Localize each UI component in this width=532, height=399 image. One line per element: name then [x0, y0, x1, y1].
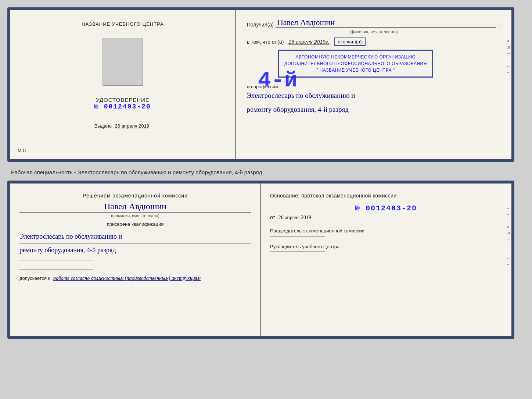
ot-date: 26 апреля 2019: [278, 215, 311, 220]
dopuskaetsya-prefix: допускается к: [19, 275, 50, 281]
vydano-date: 26 апреля 2019: [113, 123, 151, 129]
vydano-label: Выдано: [94, 123, 112, 129]
doc-bottom-left: Решением экзаменационной комиссии Павел …: [10, 184, 261, 336]
profession-bottom-line2: ремонту оборудования, 4-й разряд: [19, 243, 251, 257]
mp-label: М.П.: [18, 148, 28, 153]
middle-specialty-text: Рабочая специальность - Электрослесарь п…: [7, 166, 514, 176]
prisvoena-label: присвоена квалификация: [19, 221, 251, 227]
udostoverenie-number: № 0012403-20: [94, 103, 151, 110]
profession-bottom-line1: Электрослесарь по обслуживанию и: [19, 230, 251, 243]
vtom-date: 26 апреля 2019г.: [288, 39, 329, 45]
protocol-number: № 0012403-20: [270, 204, 502, 213]
rukovoditel-block: Руководитель учебного Центра: [270, 243, 502, 252]
okoncil-label: окончил(а): [334, 38, 366, 46]
doc-top-right: Получил(a) Павел Авдюшин – (фамилия, имя…: [236, 10, 511, 159]
komissia-title: Решением экзаменационной комиссии: [19, 193, 251, 199]
chairman-sig-line: [270, 236, 325, 236]
recipient-name: Павел Авдюшин: [276, 18, 496, 28]
center-title-top: НАЗВАНИЕ УЧЕБНОГО ЦЕНТРА: [82, 21, 163, 27]
sig-line-1: [19, 260, 93, 260]
chairman-block: Председатель экзаменационной комиссии: [270, 227, 502, 236]
dopuskaetsya-block: допускается к работе согласно должностны…: [19, 275, 251, 281]
document-bottom: Решением экзаменационной комиссии Павел …: [7, 181, 514, 339]
osnovaniye-label: Основание: протокол экзаменационной коми…: [270, 193, 502, 199]
profession-line2-top: ремонту оборудования, 4-й разряд: [247, 103, 500, 116]
photo-placeholder: [103, 38, 143, 86]
razryad-big: 4-й: [258, 68, 298, 93]
vtom-line: в том, что он(а) 26 апреля 2019г. окончи…: [247, 38, 500, 46]
document-top: НАЗВАНИЕ УЧЕБНОГО ЦЕНТРА УДОСТОВЕРЕНИЕ №…: [7, 7, 514, 162]
chairman-title: Председатель экзаменационной комиссии: [270, 227, 502, 235]
udostoverenie-title: УДОСТОВЕРЕНИЕ: [94, 97, 151, 103]
org-line2: ДОПОЛНИТЕЛЬНОГО ПРОФЕССИОНАЛЬНОГО ОБРАЗО…: [284, 60, 427, 67]
rukovoditel-sig-line: [270, 252, 325, 252]
signature-block-left: [19, 260, 251, 270]
fio-hint-bottom: (фамилия, имя, отчество): [19, 213, 251, 218]
right-decorations-bottom: – – – и ,а ← – – – – –: [507, 206, 511, 272]
org-stamp: АВТОНОМНУЮ НЕКОММЕРЧЕСКУЮ ОРГАНИЗАЦИЮ ДО…: [278, 50, 433, 78]
doc-bottom-right: Основание: протокол экзаменационной коми…: [261, 184, 511, 336]
vtom-prefix: в том, что он(а): [247, 39, 284, 45]
fio-hint-top: (фамилия, имя, отчество): [247, 29, 500, 34]
rukovoditel-title: Руководитель учебного Центра: [270, 243, 502, 250]
org-line3: " НАЗВАНИЕ УЧЕБНОГО ЦЕНТРА ": [284, 67, 427, 74]
received-line: Получил(a) Павел Авдюшин –: [247, 18, 500, 28]
udostoverenie-block: УДОСТОВЕРЕНИЕ № 0012403-20: [94, 97, 151, 110]
recipient-name-bottom: Павел Авдюшин: [19, 202, 251, 213]
sig-line-3: [19, 270, 93, 270]
org-line1: АВТОНОМНУЮ НЕКОММЕРЧЕСКУЮ ОРГАНИЗАЦИЮ: [284, 54, 427, 60]
right-decorations-top: – и ,а ← – – – –: [507, 32, 511, 81]
dopuskaetsya-text: работе согласно должностным (производств…: [53, 275, 201, 281]
poluchil-label: Получил(a): [247, 22, 274, 28]
doc-top-left: НАЗВАНИЕ УЧЕБНОГО ЦЕНТРА УДОСТОВЕРЕНИЕ №…: [10, 10, 236, 159]
sig-line-2: [19, 265, 93, 265]
ot-prefix: от: [270, 214, 275, 220]
ot-line: от 26 апреля 2019: [270, 214, 502, 221]
